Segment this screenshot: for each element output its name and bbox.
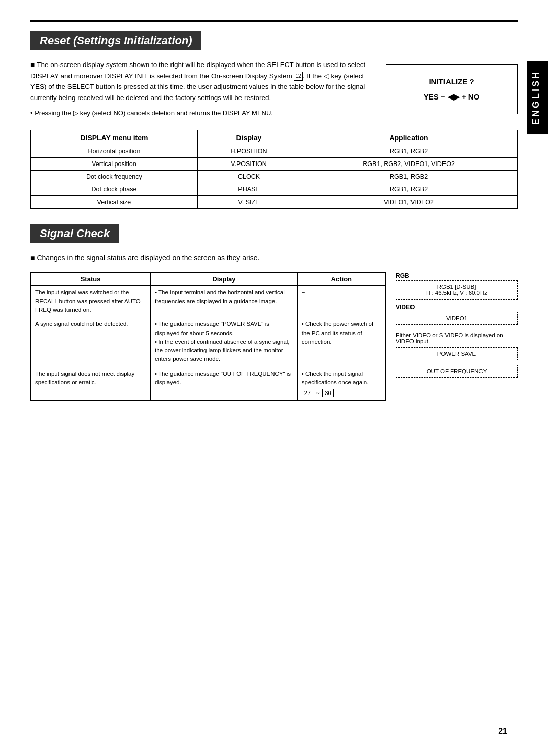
english-tab: ENGLISH (527, 61, 548, 134)
reset-para1: The on-screen display system shown to th… (30, 59, 370, 103)
page-number: 21 (498, 727, 507, 736)
signal-right-panel: RGB RGB1 [D-SUB]H : 46.5kHz, V : 60.0Hz … (396, 272, 518, 401)
table-row: A sync signal could not be detected. • T… (31, 317, 386, 367)
signal-layout: Status Display Action The input signal w… (30, 272, 518, 401)
page-ref-start: 27 (302, 389, 313, 397)
signal-col-action: Action (297, 272, 385, 285)
table-row: Vertical size V. SIZE VIDEO1, VIDEO2 (31, 196, 518, 209)
menu-item-vsize: Vertical size (31, 196, 198, 209)
menu-item-vpos: Vertical position (31, 158, 198, 171)
video-label: VIDEO (396, 304, 518, 311)
app-vsize: VIDEO1, VIDEO2 (300, 196, 518, 209)
display-clock: CLOCK (197, 171, 300, 183)
signal-action-3: • Check the input signal specifications … (297, 367, 385, 401)
table-row: Horizontal position H.POSITION RGB1, RGB… (31, 145, 518, 158)
table-row: Vertical position V.POSITION RGB1, RGB2,… (31, 158, 518, 171)
page-container: ENGLISH Reset (Settings Initialization) … (0, 0, 548, 756)
reset-section: Reset (Settings Initialization) The on-s… (30, 31, 518, 209)
table-row: Dot clock phase PHASE RGB1, RGB2 (31, 183, 518, 196)
page-ref-end: 30 (322, 389, 333, 397)
power-save-box: POWER SAVE (396, 347, 518, 360)
bullet-icon (30, 61, 37, 69)
top-border (30, 20, 518, 22)
rgb-dashed-box: RGB1 [D-SUB]H : 46.5kHz, V : 60.0Hz (396, 280, 518, 300)
initialize-box: INITIALIZE ? YES − ◀▶ + NO (386, 64, 518, 114)
display-phase: PHASE (197, 183, 300, 196)
signal-display-3: • The guidance message "OUT OF FREQUENCY… (151, 367, 298, 401)
app-vpos: RGB1, RGB2, VIDEO1, VIDEO2 (300, 158, 518, 171)
signal-col-display: Display (151, 272, 298, 285)
col-header-menu-item: DISPLAY menu item (31, 130, 198, 145)
signal-header-row: Status Display Action (31, 272, 386, 285)
signal-intro: Changes in the signal status are display… (30, 252, 518, 264)
reset-body-text: The on-screen display system shown to th… (30, 59, 370, 122)
signal-action-2: • Check the power switch of the PC and i… (297, 317, 385, 367)
video-dashed-box: VIDEO1 (396, 312, 518, 325)
signal-status-3: The input signal does not meet display s… (31, 367, 151, 401)
signal-status-1: The input signal was switched or the REC… (31, 285, 151, 317)
signal-display-1: • The input terminal and the horizontal … (151, 285, 298, 317)
signal-status-2: A sync signal could not be detected. (31, 317, 151, 367)
either-text: Either VIDEO or S VIDEO is displayed on … (396, 332, 518, 344)
initialize-line2: YES − ◀▶ + NO (401, 89, 502, 105)
reset-bullet: • Pressing the ▷ key (select NO) cancels… (30, 108, 370, 119)
out-of-frequency-box: OUT OF FREQUENCY (396, 365, 518, 378)
reset-content: The on-screen display system shown to th… (30, 59, 518, 122)
signal-table: Status Display Action The input signal w… (30, 272, 386, 401)
signal-section-header: Signal Check (30, 224, 119, 243)
menu-item-clock: Dot clock frequency (31, 171, 198, 183)
signal-col-status: Status (31, 272, 151, 285)
signal-section: Signal Check Changes in the signal statu… (30, 224, 518, 401)
bullet-icon-signal (30, 254, 37, 262)
display-table-header-row: DISPLAY menu item Display Application (31, 130, 518, 145)
box-num-12: 12 (294, 72, 302, 81)
rgb-label: RGB (396, 272, 518, 279)
app-clock: RGB1, RGB2 (300, 171, 518, 183)
display-vsize: V. SIZE (197, 196, 300, 209)
display-vpos: V.POSITION (197, 158, 300, 171)
signal-title: Signal Check (40, 227, 110, 240)
reset-section-header: Reset (Settings Initialization) (30, 31, 201, 50)
display-hpos: H.POSITION (197, 145, 300, 158)
signal-display-2: • The guidance message "POWER SAVE" is d… (151, 317, 298, 367)
signal-table-wrap: Status Display Action The input signal w… (30, 272, 386, 401)
table-row: The input signal does not meet display s… (31, 367, 386, 401)
table-row: Dot clock frequency CLOCK RGB1, RGB2 (31, 171, 518, 183)
reset-title: Reset (Settings Initialization) (40, 34, 192, 47)
app-phase: RGB1, RGB2 (300, 183, 518, 196)
col-header-application: Application (300, 130, 518, 145)
table-row: The input signal was switched or the REC… (31, 285, 386, 317)
menu-item-phase: Dot clock phase (31, 183, 198, 196)
initialize-line1: INITIALIZE ? (401, 74, 502, 89)
menu-item-hpos: Horizontal position (31, 145, 198, 158)
col-header-display: Display (197, 130, 300, 145)
display-menu-table: DISPLAY menu item Display Application Ho… (30, 130, 518, 209)
app-hpos: RGB1, RGB2 (300, 145, 518, 158)
signal-action-1: − (297, 285, 385, 317)
